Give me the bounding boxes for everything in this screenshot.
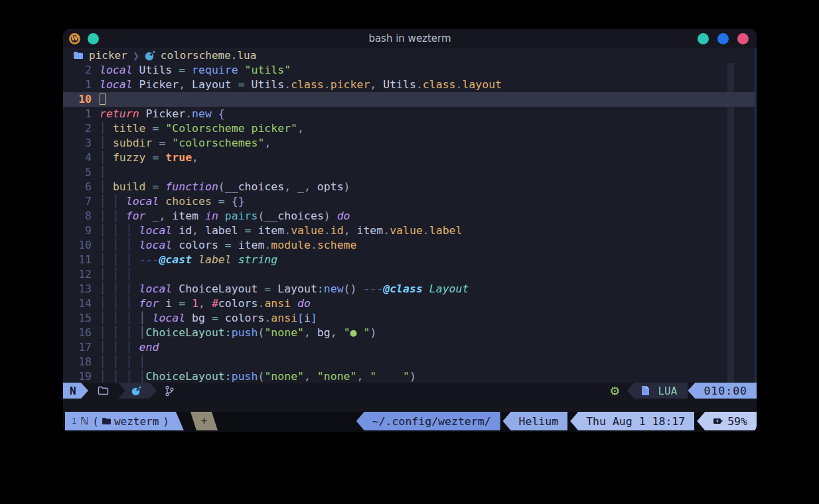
line-number: 17 bbox=[63, 340, 92, 355]
code-line[interactable]: 13│ │ │ local ChoiceLayout = Layout:new(… bbox=[63, 282, 757, 296]
line-number: 6 bbox=[63, 180, 92, 194]
tab-paren-close: ) bbox=[163, 415, 169, 428]
code-line[interactable]: 4│ fuzzy = true, bbox=[63, 151, 757, 165]
titlebar-left-button[interactable] bbox=[88, 33, 99, 44]
git-branch-icon bbox=[165, 385, 175, 397]
code-line[interactable]: 10 bbox=[63, 92, 757, 107]
tab-label: wezterm bbox=[114, 415, 159, 428]
terminal-gap bbox=[63, 399, 757, 412]
new-tab-button[interactable]: + bbox=[190, 412, 218, 430]
line-number: 8 bbox=[63, 209, 92, 223]
code-line[interactable]: 1return Picker.new { bbox=[63, 107, 757, 121]
code-line[interactable]: 12│ │ │ bbox=[63, 267, 757, 282]
datetime-segment: Thu Aug 1 18:17 bbox=[570, 412, 694, 430]
filetype-label: LUA bbox=[658, 385, 677, 397]
line-number: 15 bbox=[63, 311, 92, 326]
line-number: 5 bbox=[63, 165, 92, 180]
battery-percent: 59% bbox=[727, 415, 747, 428]
line-number: 13 bbox=[63, 282, 92, 296]
code-line[interactable]: 11│ │ │ ---@cast label string bbox=[63, 253, 757, 267]
line-number: 16 bbox=[63, 326, 92, 340]
breadcrumb: picker ❯ colorscheme.lua bbox=[63, 48, 757, 63]
tab-paren-open: ( bbox=[92, 415, 99, 428]
nvim-icon: ℕ bbox=[80, 415, 88, 427]
code-line[interactable]: 10│ │ │ local colors = item.module.schem… bbox=[63, 238, 757, 253]
theme-segment: Helium bbox=[503, 412, 568, 430]
code-line[interactable]: 5│ bbox=[63, 165, 757, 180]
line-number: 7 bbox=[63, 194, 92, 209]
breadcrumb-file: colorscheme.lua bbox=[161, 49, 257, 62]
cwd-segment: ~/.config/wezterm/ bbox=[356, 412, 500, 430]
line-number: 12 bbox=[63, 267, 92, 282]
editor: picker ❯ colorscheme.lua 2local Utils = … bbox=[63, 48, 757, 383]
window-title: bash in wezterm bbox=[63, 32, 757, 44]
cursor bbox=[100, 94, 106, 105]
line-number: 9 bbox=[63, 223, 92, 238]
filetype-segment bbox=[118, 383, 157, 399]
battery-charging-icon bbox=[713, 416, 723, 426]
code-area: 2local Utils = require "utils"1local Pic… bbox=[63, 63, 757, 383]
lua-icon bbox=[131, 386, 141, 396]
line-number: 1 bbox=[63, 78, 92, 92]
file-icon bbox=[641, 385, 650, 396]
tab-bar: 1 ℕ ( wezterm ) + ~/.config/wezterm/ Hel… bbox=[63, 412, 757, 432]
wezterm-logo-icon: W bbox=[69, 33, 80, 44]
code-line[interactable]: 16│ │ │ │ChoiceLayout:push("none", bg, "… bbox=[63, 326, 757, 340]
folder-icon bbox=[102, 417, 112, 425]
tab-wezterm[interactable]: 1 ℕ ( wezterm ) bbox=[65, 412, 184, 430]
lua-icon bbox=[145, 50, 155, 61]
mode-indicator: N bbox=[63, 383, 88, 399]
line-number: 19 bbox=[63, 369, 92, 383]
code-line[interactable]: 14│ │ │ for i = 1, #colors.ansi do bbox=[63, 296, 757, 311]
line-number: 10 bbox=[63, 92, 92, 107]
code-line[interactable]: 3│ subdir = "colorschemes", bbox=[63, 136, 757, 151]
code-line[interactable]: 9│ │ │ local id, label = item.value.id, … bbox=[63, 223, 757, 238]
minimize-button[interactable] bbox=[698, 33, 709, 44]
line-number: 18 bbox=[63, 355, 92, 369]
folder-icon bbox=[73, 51, 84, 60]
code-line[interactable]: 1local Picker, Layout = Utils.class.pick… bbox=[63, 78, 757, 92]
tab-index: 1 bbox=[72, 416, 76, 426]
line-number: 14 bbox=[63, 296, 92, 311]
line-number: 2 bbox=[63, 121, 92, 136]
line-number: 4 bbox=[63, 151, 92, 165]
titlebar: W bash in wezterm bbox=[63, 29, 757, 48]
battery-segment: 59% bbox=[697, 412, 757, 430]
code-line[interactable]: 7│ │ local choices = {} bbox=[63, 194, 757, 209]
code-line[interactable]: 2local Utils = require "utils" bbox=[63, 63, 757, 78]
breadcrumb-dir: picker bbox=[89, 49, 127, 62]
code-line[interactable]: 6│ build = function(__choices, _, opts) bbox=[63, 180, 757, 194]
line-number: 11 bbox=[63, 253, 92, 267]
code-line[interactable]: 8│ │ for _, item in pairs(__choices) do bbox=[63, 209, 757, 223]
close-button[interactable] bbox=[737, 33, 749, 44]
line-number: 3 bbox=[63, 136, 92, 151]
code-line[interactable]: 15│ │ │ │ local bg = colors.ansi[i] bbox=[63, 311, 757, 326]
maximize-button[interactable] bbox=[717, 33, 729, 44]
folder-icon bbox=[98, 386, 109, 395]
code-line[interactable]: 19│ │ │ │ChoiceLayout:push("none", "none… bbox=[63, 369, 757, 383]
code-line[interactable]: 18│ │ │ │ bbox=[63, 355, 757, 369]
statusline: N ⚙ bbox=[63, 383, 757, 399]
code-line[interactable]: 2│ title = "Colorscheme picker", bbox=[63, 121, 757, 136]
filetype-label-segment: LUA bbox=[627, 383, 688, 399]
gear-icon[interactable]: ⚙ bbox=[609, 384, 620, 398]
code-line[interactable]: 17│ │ │ end bbox=[63, 340, 757, 355]
line-number: 1 bbox=[63, 107, 92, 121]
line-number: 10 bbox=[63, 238, 92, 253]
line-number: 2 bbox=[63, 63, 92, 78]
chevron-right-icon: ❯ bbox=[133, 51, 139, 60]
wezterm-window: W bash in wezterm picker ❯ colorscheme.l… bbox=[63, 29, 757, 432]
cursor-position: 010:00 bbox=[688, 383, 757, 399]
